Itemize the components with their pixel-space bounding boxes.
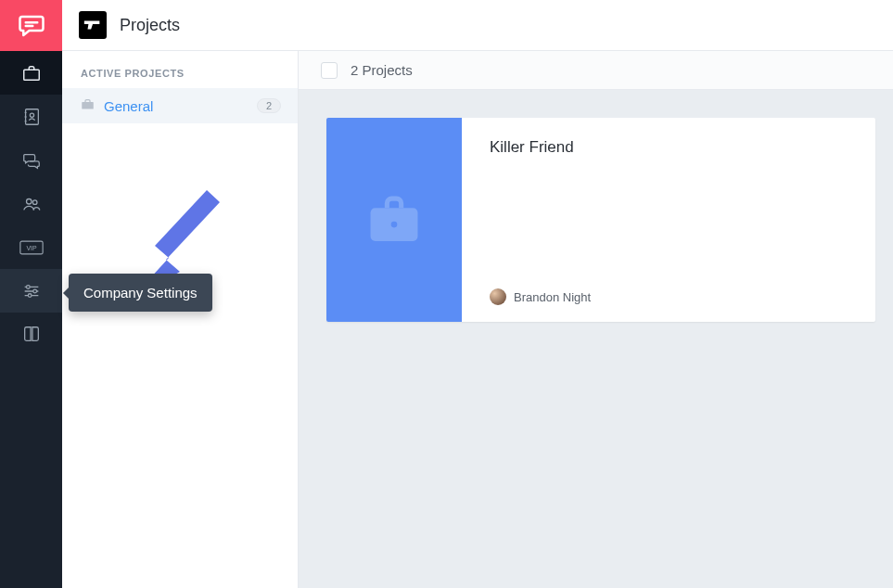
svg-point-8 (32, 289, 36, 293)
tooltip-company-settings: Company Settings (69, 274, 212, 312)
svg-point-13 (391, 222, 398, 228)
chat-bubble-icon (18, 12, 45, 40)
vip-badge-icon: VIP (19, 239, 44, 256)
folder-briefcase-icon (81, 97, 95, 114)
svg-rect-10 (82, 102, 94, 109)
nav-messages[interactable] (0, 138, 62, 182)
nav-team[interactable] (0, 182, 62, 225)
briefcase-icon (21, 63, 42, 83)
chat-icon (21, 150, 42, 171)
brand-logo[interactable] (0, 0, 62, 51)
svg-point-2 (30, 113, 33, 117)
people-icon (21, 194, 42, 214)
nav-rail: VIP (0, 0, 62, 588)
address-book-icon (21, 107, 42, 127)
content-area: 2 Projects Killer Friend (299, 51, 893, 588)
project-card-footer: Brandon Night (490, 288, 853, 305)
briefcase-large-icon (364, 194, 424, 246)
projects-panel: ACTIVE PROJECTS General 2 (62, 51, 299, 588)
workspace-avatar[interactable] (79, 11, 107, 39)
author-avatar (490, 288, 506, 305)
panel-item-label: General (104, 98, 153, 114)
select-all-checkbox[interactable] (321, 62, 338, 79)
sliders-icon (21, 281, 42, 301)
body-row: ACTIVE PROJECTS General 2 (62, 51, 893, 588)
svg-point-7 (26, 285, 30, 288)
app-root: VIP Projects ACTIVE PROJECTS (0, 0, 893, 588)
panel-item-count: 2 (257, 98, 281, 113)
content-body: Killer Friend Brandon Night (299, 90, 893, 588)
svg-point-4 (32, 199, 37, 204)
content-toolbar: 2 Projects (299, 51, 893, 90)
svg-rect-0 (23, 70, 39, 80)
project-card-title: Killer Friend (490, 138, 853, 157)
book-icon (21, 325, 42, 345)
svg-point-3 (26, 198, 32, 204)
nav-projects[interactable] (0, 51, 62, 95)
svg-text:VIP: VIP (26, 245, 37, 251)
topbar: Projects (62, 0, 893, 51)
svg-point-9 (28, 293, 32, 297)
nav-docs[interactable] (0, 313, 62, 356)
nav-company-settings[interactable] (0, 269, 62, 313)
gun-icon (83, 17, 103, 33)
page-title: Projects (120, 16, 180, 35)
project-card-thumb (326, 118, 462, 322)
panel-item-general[interactable]: General 2 (62, 88, 298, 123)
nav-vip[interactable]: VIP (0, 225, 62, 269)
panel-heading: ACTIVE PROJECTS (62, 51, 298, 88)
tooltip-label: Company Settings (83, 285, 198, 300)
project-card[interactable]: Killer Friend Brandon Night (326, 118, 875, 322)
nav-contacts[interactable] (0, 95, 62, 138)
project-card-author: Brandon Night (514, 290, 591, 304)
project-count: 2 Projects (351, 62, 413, 78)
project-card-body: Killer Friend Brandon Night (462, 118, 875, 322)
